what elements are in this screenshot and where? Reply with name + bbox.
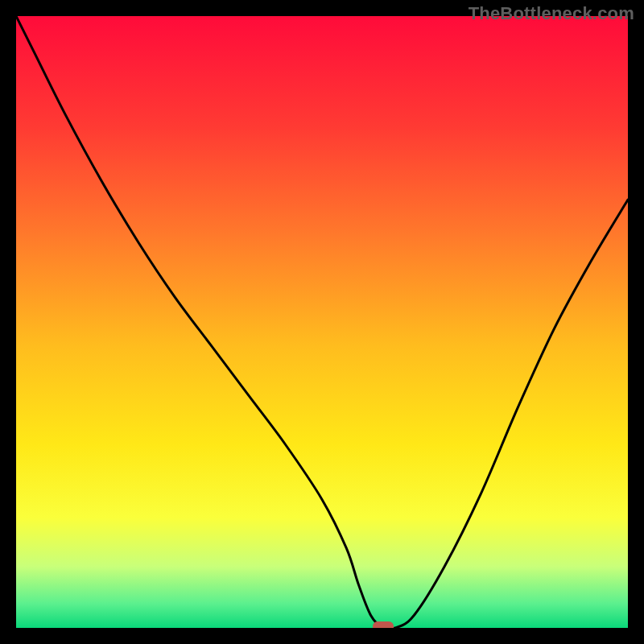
chart-svg [16,16,628,628]
plot-area [16,16,628,628]
gradient-background [16,16,628,628]
watermark-text: TheBottleneck.com [469,3,634,24]
chart-frame: TheBottleneck.com [0,0,644,644]
optimum-marker [373,621,394,628]
